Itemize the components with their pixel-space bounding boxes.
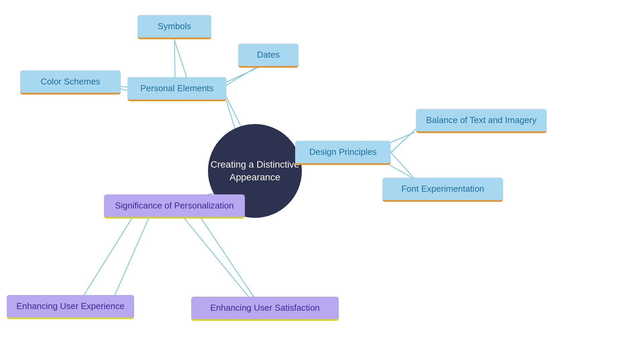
center-label: Creating a Distinctive Appearance	[208, 158, 302, 184]
symbols-node[interactable]: Symbols	[138, 15, 211, 39]
personal-elements-node[interactable]: Personal Elements	[127, 77, 226, 101]
dates-label: Dates	[257, 50, 280, 60]
color-schemes-label: Color Schemes	[41, 76, 100, 87]
significance-node[interactable]: Significance of Personalization	[104, 194, 245, 219]
symbols-label: Symbols	[158, 21, 191, 32]
svg-line-3	[121, 89, 127, 90]
design-principles-label: Design Principles	[309, 147, 377, 157]
font-experimentation-label: Font Experimentation	[401, 184, 484, 194]
svg-line-5	[391, 129, 416, 153]
balance-label: Balance of Text and Imagery	[426, 115, 536, 125]
svg-line-1	[174, 40, 188, 80]
svg-line-11	[174, 39, 175, 83]
font-experimentation-node[interactable]: Font Experimentation	[382, 178, 503, 202]
svg-line-13	[120, 86, 128, 87]
enhancing-experience-node[interactable]: Enhancing User Experience	[7, 295, 134, 319]
enhancing-satisfaction-label: Enhancing User Satisfaction	[210, 303, 320, 313]
dates-node[interactable]: Dates	[238, 44, 299, 68]
color-schemes-node[interactable]: Color Schemes	[20, 70, 121, 95]
personal-elements-label: Personal Elements	[140, 83, 213, 94]
significance-label: Significance of Personalization	[115, 200, 234, 211]
balance-node[interactable]: Balance of Text and Imagery	[416, 109, 547, 133]
enhancing-satisfaction-node[interactable]: Enhancing User Satisfaction	[191, 297, 339, 321]
enhancing-experience-label: Enhancing User Experience	[16, 301, 124, 311]
design-principles-node[interactable]: Design Principles	[295, 141, 391, 165]
